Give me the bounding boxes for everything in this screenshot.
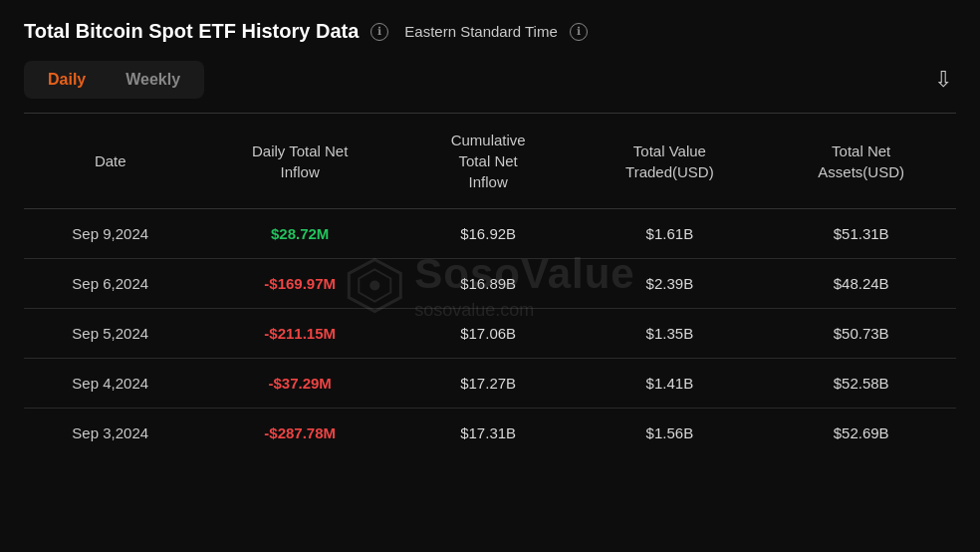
cell-daily-net-inflow: -$211.15M: [196, 309, 402, 359]
table-wrapper[interactable]: SosoValue sosovalue.com Date Daily Total…: [24, 113, 956, 457]
cell-date: Sep 9,2024: [24, 209, 196, 259]
cell-total-value-traded: $2.39B: [573, 259, 766, 309]
cell-total-value-traded: $1.56B: [573, 409, 766, 458]
header-row: Total Bitcoin Spot ETF History Data ℹ Ea…: [24, 20, 956, 43]
table-row: Sep 9,2024$28.72M$16.92B$1.61B$51.31B: [24, 209, 956, 259]
cell-date: Sep 3,2024: [24, 409, 196, 458]
cell-total-value-traded: $1.35B: [573, 309, 766, 359]
tab-group: Daily Weekly: [24, 61, 204, 99]
table-header-row: Date Daily Total NetInflow CumulativeTot…: [24, 114, 956, 209]
cell-total-net-assets: $48.24B: [766, 259, 956, 309]
tab-daily[interactable]: Daily: [30, 65, 104, 95]
cell-date: Sep 4,2024: [24, 359, 196, 409]
controls-row: Daily Weekly ⇩: [24, 61, 956, 99]
page-title: Total Bitcoin Spot ETF History Data: [24, 20, 359, 43]
table-row: Sep 4,2024-$37.29M$17.27B$1.41B$52.58B: [24, 359, 956, 409]
cell-date: Sep 6,2024: [24, 259, 196, 309]
timezone-info-icon[interactable]: ℹ: [570, 23, 588, 41]
main-container: Total Bitcoin Spot ETF History Data ℹ Ea…: [0, 0, 980, 477]
cell-cumulative-net-inflow: $16.92B: [403, 209, 574, 259]
cell-cumulative-net-inflow: $16.89B: [403, 259, 574, 309]
table-row: Sep 3,2024-$287.78M$17.31B$1.56B$52.69B: [24, 409, 956, 458]
col-header-cumulative-net-inflow: CumulativeTotal NetInflow: [403, 114, 574, 209]
cell-cumulative-net-inflow: $17.31B: [403, 409, 574, 458]
col-header-total-net-assets: Total NetAssets(USD): [766, 114, 956, 209]
col-header-date: Date: [24, 114, 196, 209]
timezone-label: Eastern Standard Time: [404, 23, 557, 40]
cell-date: Sep 5,2024: [24, 309, 196, 359]
cell-daily-net-inflow: $28.72M: [196, 209, 402, 259]
table-body: Sep 9,2024$28.72M$16.92B$1.61B$51.31BSep…: [24, 209, 956, 458]
cell-cumulative-net-inflow: $17.06B: [403, 309, 574, 359]
data-table: Date Daily Total NetInflow CumulativeTot…: [24, 113, 956, 457]
download-icon[interactable]: ⇩: [930, 63, 956, 97]
title-info-icon[interactable]: ℹ: [370, 23, 388, 41]
cell-daily-net-inflow: -$37.29M: [196, 359, 402, 409]
cell-total-net-assets: $51.31B: [766, 209, 956, 259]
cell-total-net-assets: $52.58B: [766, 359, 956, 409]
table-row: Sep 5,2024-$211.15M$17.06B$1.35B$50.73B: [24, 309, 956, 359]
col-header-daily-net-inflow: Daily Total NetInflow: [196, 114, 402, 209]
cell-cumulative-net-inflow: $17.27B: [403, 359, 574, 409]
cell-total-net-assets: $52.69B: [766, 409, 956, 458]
table-row: Sep 6,2024-$169.97M$16.89B$2.39B$48.24B: [24, 259, 956, 309]
cell-total-value-traded: $1.61B: [573, 209, 766, 259]
tab-weekly[interactable]: Weekly: [108, 65, 198, 95]
cell-total-value-traded: $1.41B: [573, 359, 766, 409]
col-header-total-value-traded: Total ValueTraded(USD): [573, 114, 766, 209]
cell-daily-net-inflow: -$169.97M: [196, 259, 402, 309]
cell-total-net-assets: $50.73B: [766, 309, 956, 359]
cell-daily-net-inflow: -$287.78M: [196, 409, 402, 458]
